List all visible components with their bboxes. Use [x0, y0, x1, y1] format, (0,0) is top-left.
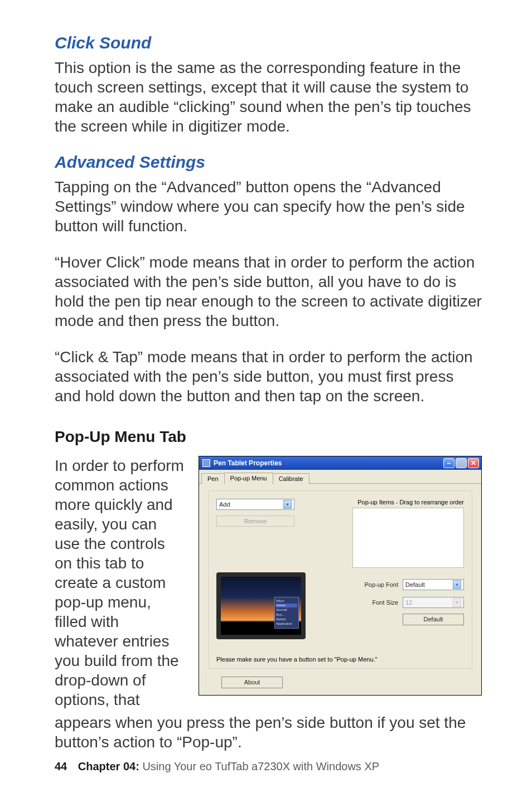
- para-advanced-1: Tapping on the “Advanced” button opens t…: [55, 177, 482, 236]
- groupbox: Add ▼ Remove Pop-up Items - Drag to rear…: [208, 490, 472, 669]
- chapter-title: Using Your eo TufTab a7230X with Windows…: [139, 760, 379, 772]
- tab-popup-menu[interactable]: Pop-up Menu: [224, 473, 273, 484]
- chevron-down-icon: ▼: [453, 598, 461, 607]
- popup-font-label: Pop-up Font: [364, 581, 398, 588]
- add-dropdown[interactable]: Add ▼: [216, 499, 294, 510]
- font-size-dropdown: 12 ▼: [403, 597, 464, 608]
- page-footer: 44 Chapter 04: Using Your eo TufTab a723…: [55, 760, 379, 773]
- titlebar[interactable]: Pen Tablet Properties – □ ✕: [199, 456, 481, 470]
- popup-font-value: Default: [405, 581, 425, 588]
- para-popup-below: appears when you press the pen’s side bu…: [55, 713, 482, 752]
- about-button[interactable]: About: [221, 677, 283, 688]
- heading-advanced-settings: Advanced Settings: [55, 153, 482, 172]
- window-title: Pen Tablet Properties: [214, 459, 443, 467]
- drag-list[interactable]: [352, 508, 464, 568]
- para-popup-left: In order to perform common actions more …: [55, 456, 185, 709]
- remove-button: Remove: [216, 516, 294, 527]
- tab-calibrate[interactable]: Calibrate: [273, 473, 309, 484]
- preview-monitor: Inbox Delete Journal Run... Switch Appli…: [216, 572, 306, 639]
- tabstrip: Pen Pop-up Menu Calibrate: [199, 470, 481, 484]
- note-text: Please make sure you have a button set t…: [216, 656, 464, 663]
- font-size-label: Font Size: [373, 599, 398, 606]
- close-button[interactable]: ✕: [468, 458, 479, 468]
- maximize-button: □: [456, 458, 467, 468]
- tab-pen[interactable]: Pen: [201, 473, 225, 484]
- drag-label: Pop-up Items - Drag to rearrange order: [357, 499, 464, 505]
- heading-popup-menu-tab: Pop-Up Menu Tab: [55, 428, 482, 446]
- pen-tablet-properties-dialog: Pen Tablet Properties – □ ✕ Pen Pop-up M…: [199, 456, 482, 696]
- chapter-label: Chapter 04:: [78, 760, 139, 772]
- chevron-down-icon: ▼: [453, 580, 461, 589]
- popup-font-dropdown[interactable]: Default ▼: [403, 579, 464, 590]
- minimize-button[interactable]: –: [443, 458, 454, 468]
- chevron-down-icon: ▼: [283, 500, 292, 509]
- default-button[interactable]: Default: [403, 614, 464, 625]
- para-click-sound: This option is the same as the correspon…: [55, 58, 482, 136]
- add-dropdown-value: Add: [219, 501, 230, 508]
- app-icon: [202, 459, 210, 467]
- font-size-value: 12: [405, 599, 412, 606]
- para-advanced-3: “Click & Tap” mode means that in order t…: [55, 347, 482, 406]
- heading-click-sound: Click Sound: [55, 33, 482, 52]
- page-number: 44: [55, 760, 67, 772]
- preview-popup-menu: Inbox Delete Journal Run... Switch Appli…: [274, 597, 299, 629]
- para-advanced-2: “Hover Click” mode means that in order t…: [55, 252, 482, 330]
